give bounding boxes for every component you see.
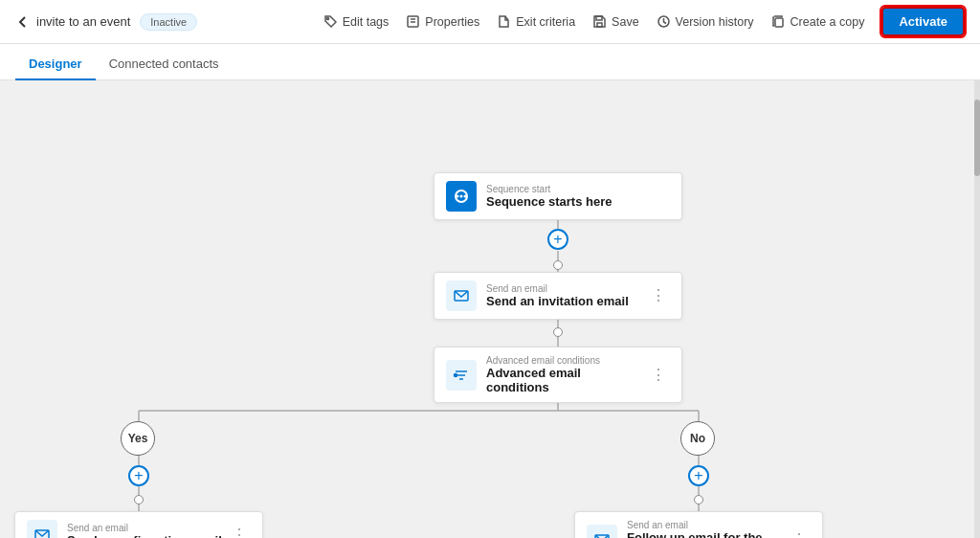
sequence-start-name: Sequence starts here	[486, 194, 670, 209]
yes-branch: Yes	[121, 421, 155, 456]
send-email-icon-3	[587, 525, 617, 539]
app-header: invite to an event Inactive Edit tags Pr…	[0, 0, 980, 44]
svg-rect-5	[596, 16, 602, 20]
add-button-left[interactable]: +	[128, 465, 149, 486]
edit-tags-button[interactable]: Edit tags	[323, 14, 390, 29]
connector-dot-right	[694, 495, 703, 504]
advanced-conditions-main-name: Advanced email conditions	[486, 366, 641, 394]
svg-point-31	[455, 373, 457, 376]
activate-button[interactable]: Activate	[881, 7, 965, 36]
version-history-button[interactable]: Version history	[657, 14, 754, 29]
svg-point-0	[326, 18, 328, 20]
svg-point-29	[464, 195, 467, 198]
send-invitation-menu[interactable]: ⋮	[647, 284, 670, 307]
svg-point-28	[460, 195, 463, 198]
add-button-1[interactable]: +	[547, 229, 568, 250]
sequence-start-label: Sequence start	[486, 184, 670, 194]
advanced-conditions-icon-1	[446, 360, 477, 391]
send-email-icon-2	[27, 520, 57, 538]
connector-dot-1	[553, 260, 563, 270]
sequence-start-icon	[446, 181, 477, 212]
exit-criteria-button[interactable]: Exit criteria	[497, 14, 575, 29]
properties-button[interactable]: Properties	[406, 14, 479, 29]
advanced-conditions-main-label: Advanced email conditions	[486, 355, 641, 366]
send-confirmation-node: Send an email Send a confirmation email …	[14, 511, 263, 538]
flow-canvas: Sequence start Sequence starts here + Se…	[0, 80, 980, 538]
svg-rect-4	[597, 23, 602, 27]
create-copy-button[interactable]: Create a copy	[771, 14, 865, 29]
scrollbar-vertical[interactable]	[974, 80, 980, 538]
send-email-icon-1	[446, 280, 477, 311]
back-button[interactable]: invite to an event	[15, 14, 130, 30]
svg-rect-7	[775, 18, 783, 27]
connector-dot-2	[553, 327, 563, 337]
svg-point-27	[457, 195, 459, 198]
sequence-start-node: Sequence start Sequence starts here	[434, 172, 682, 220]
follow-up-menu[interactable]: ⋮	[788, 528, 811, 539]
send-confirmation-name: Send a confirmation email	[67, 533, 222, 538]
connector-dot-left	[134, 495, 144, 504]
save-button[interactable]: Save	[592, 14, 639, 29]
follow-up-node: Send an email Follow up email for the ev…	[574, 511, 823, 538]
send-invitation-node: Send an email Send an invitation email ⋮	[434, 272, 682, 320]
advanced-conditions-main-menu[interactable]: ⋮	[647, 364, 670, 387]
advanced-conditions-main-node: Advanced email conditions Advanced email…	[434, 347, 682, 403]
tab-connected-contacts[interactable]: Connected contacts	[96, 49, 233, 80]
send-confirmation-menu[interactable]: ⋮	[228, 524, 251, 538]
scrollbar-thumb[interactable]	[974, 100, 980, 176]
tabs-bar: Designer Connected contacts	[0, 44, 980, 80]
follow-up-name: Follow up email for the event	[627, 530, 782, 538]
send-invitation-name: Send an invitation email	[486, 294, 641, 308]
status-badge: Inactive	[140, 13, 197, 31]
no-branch: No	[680, 421, 715, 456]
send-confirmation-label: Send an email	[67, 523, 222, 533]
follow-up-label: Send an email	[627, 520, 782, 530]
tab-designer[interactable]: Designer	[15, 49, 96, 80]
page-title: invite to an event	[36, 14, 130, 29]
header-actions: Edit tags Properties Exit criteria Save	[323, 7, 965, 36]
add-button-right[interactable]: +	[688, 465, 709, 486]
send-invitation-label: Send an email	[486, 283, 641, 294]
